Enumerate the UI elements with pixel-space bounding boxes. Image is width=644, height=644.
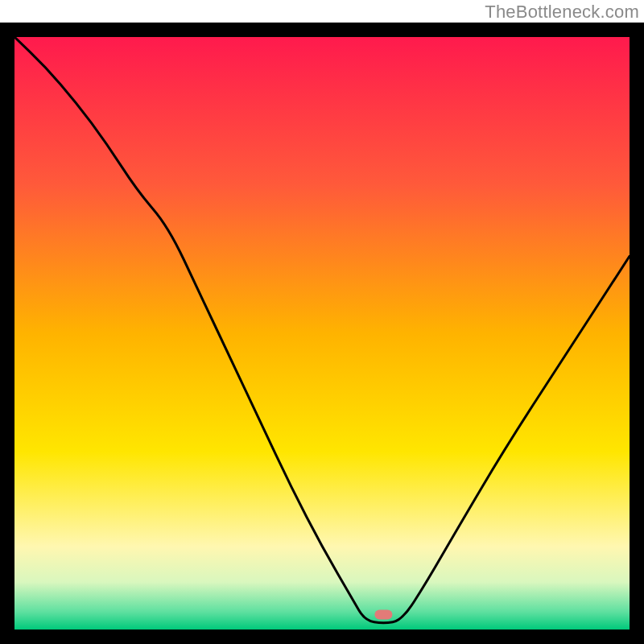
optimal-marker: [374, 610, 392, 620]
chart-container: TheBottleneck.com: [0, 0, 644, 644]
gradient-background: [14, 37, 630, 630]
bottleneck-chart: [0, 0, 644, 644]
watermark-text: TheBottleneck.com: [485, 2, 639, 23]
